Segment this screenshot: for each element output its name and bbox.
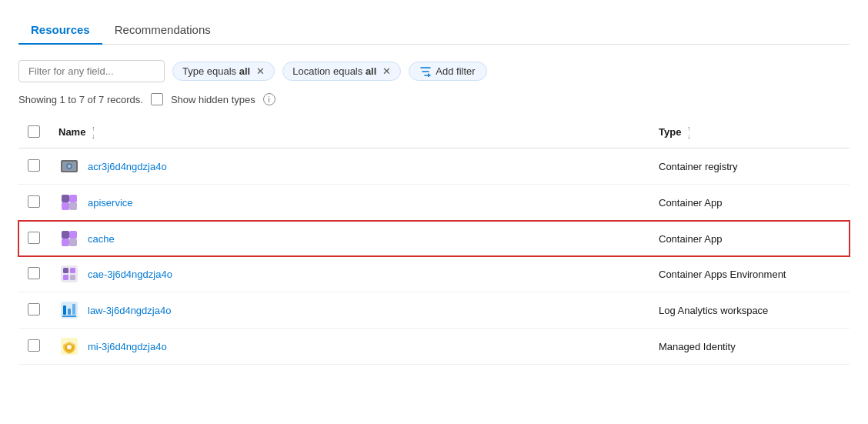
row-name-cell: acr3j6d4ngdzja4o xyxy=(49,149,649,185)
container-apps-env-icon xyxy=(58,263,80,285)
svg-rect-4 xyxy=(62,195,69,202)
add-filter-label: Add filter xyxy=(436,65,475,77)
container-app-icon xyxy=(58,192,80,213)
row-checkbox-cell xyxy=(18,292,49,329)
records-info-text: Showing 1 to 7 of 7 records. xyxy=(18,94,143,105)
resource-name-link[interactable]: apiservice xyxy=(88,197,133,209)
row-checkbox-cell xyxy=(18,221,49,257)
header-type: Type ↑↓ xyxy=(649,118,850,149)
location-filter-label: Location equals all xyxy=(292,65,376,77)
filter-add-icon xyxy=(420,66,431,77)
row-checkbox-row-apiservice[interactable] xyxy=(28,195,40,208)
table-row: acr3j6d4ngdzja4o Container registry xyxy=(18,149,850,185)
row-name-cell: cache xyxy=(49,221,649,257)
show-hidden-label: Show hidden types xyxy=(171,94,255,105)
row-name-cell: law-3j6d4ngdzja4o xyxy=(49,292,649,329)
row-checkbox-row-mi[interactable] xyxy=(28,339,40,352)
resource-name-link[interactable]: acr3j6d4ngdzja4o xyxy=(88,161,167,172)
row-checkbox-cell xyxy=(18,256,49,292)
svg-rect-16 xyxy=(70,275,75,280)
row-type-cell: Managed Identity xyxy=(649,329,850,365)
header-name: Name ↑↓ xyxy=(49,118,649,149)
container-registry-icon xyxy=(58,155,80,177)
svg-point-3 xyxy=(68,165,71,168)
row-checkbox-row-law[interactable] xyxy=(28,303,40,315)
table-row: apiservice Container App xyxy=(18,185,850,221)
type-filter-label: Type equals all xyxy=(182,65,250,77)
svg-point-23 xyxy=(67,345,72,349)
svg-rect-7 xyxy=(69,202,77,210)
row-checkbox-cell xyxy=(18,149,49,185)
row-type-cell: Container registry xyxy=(649,149,850,185)
row-name-cell: cae-3j6d4ngdzja4o xyxy=(49,256,649,292)
filter-input[interactable] xyxy=(18,60,165,82)
type-sort-icon[interactable]: ↑↓ xyxy=(687,125,691,140)
resources-table: Name ↑↓ Type ↑↓ xyxy=(18,118,850,365)
name-sort-icon[interactable]: ↑↓ xyxy=(92,125,95,140)
tabs-container: Resources Recommendations xyxy=(18,15,850,45)
filter-bar: Type equals all ✕ Location equals all ✕ … xyxy=(18,60,850,82)
type-filter-close-icon[interactable]: ✕ xyxy=(256,65,265,77)
svg-rect-12 xyxy=(61,265,78,282)
add-filter-button[interactable]: Add filter xyxy=(409,62,486,81)
type-filter-chip[interactable]: Type equals all ✕ xyxy=(172,62,275,81)
table-row: mi-3j6d4ngdzja4o Managed Identity xyxy=(18,329,850,365)
svg-rect-14 xyxy=(70,268,75,273)
location-filter-close-icon[interactable]: ✕ xyxy=(382,65,391,77)
table-row: cae-3j6d4ngdzja4o Container Apps Environ… xyxy=(18,256,850,292)
svg-rect-8 xyxy=(62,231,69,239)
svg-rect-9 xyxy=(69,231,77,239)
row-checkbox-row-acr[interactable] xyxy=(28,159,40,172)
table-header-row: Name ↑↓ Type ↑↓ xyxy=(18,118,850,149)
container-app-icon xyxy=(58,228,80,249)
svg-rect-20 xyxy=(72,304,75,315)
table-row: cache Container App xyxy=(18,221,850,257)
svg-rect-10 xyxy=(62,239,69,246)
records-bar: Showing 1 to 7 of 7 records. Show hidden… xyxy=(18,93,850,105)
location-filter-chip[interactable]: Location equals all ✕ xyxy=(282,62,401,81)
log-analytics-icon xyxy=(58,299,80,321)
row-type-cell: Container Apps Environment xyxy=(649,256,850,292)
row-checkbox-cell xyxy=(18,185,49,221)
svg-rect-19 xyxy=(68,309,71,315)
table-row: law-3j6d4ngdzja4o Log Analytics workspac… xyxy=(18,292,850,329)
svg-rect-11 xyxy=(69,239,77,246)
row-name-cell: apiservice xyxy=(49,185,649,221)
info-icon[interactable]: i xyxy=(263,93,275,105)
show-hidden-checkbox[interactable] xyxy=(151,93,163,105)
svg-rect-5 xyxy=(69,195,77,202)
svg-rect-18 xyxy=(63,305,66,315)
row-type-cell: Log Analytics workspace xyxy=(649,292,850,329)
row-checkbox-row-cache[interactable] xyxy=(28,232,40,244)
select-all-checkbox[interactable] xyxy=(28,125,40,138)
resource-name-link[interactable]: cache xyxy=(88,233,115,245)
tab-recommendations[interactable]: Recommendations xyxy=(102,15,223,44)
resource-name-link[interactable]: cae-3j6d4ngdzja4o xyxy=(88,269,172,280)
resource-name-link[interactable]: law-3j6d4ngdzja4o xyxy=(88,305,171,316)
header-checkbox-cell xyxy=(18,118,49,149)
resource-name-link[interactable]: mi-3j6d4ngdzja4o xyxy=(88,341,167,352)
svg-rect-13 xyxy=(63,268,68,273)
row-type-cell: Container App xyxy=(649,221,850,257)
row-checkbox-row-cae[interactable] xyxy=(28,267,40,279)
row-checkbox-cell xyxy=(18,329,49,365)
managed-identity-icon xyxy=(58,336,80,357)
row-type-cell: Container App xyxy=(649,185,850,221)
svg-rect-6 xyxy=(62,202,69,210)
tab-resources[interactable]: Resources xyxy=(18,15,102,44)
row-name-cell: mi-3j6d4ngdzja4o xyxy=(49,329,649,365)
svg-rect-15 xyxy=(63,275,68,280)
